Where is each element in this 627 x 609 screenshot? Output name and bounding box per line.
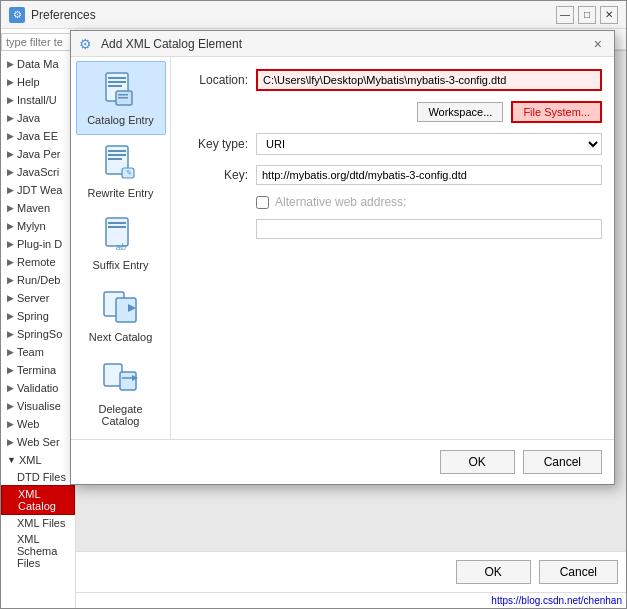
dialog-cancel-button[interactable]: Cancel xyxy=(523,450,602,474)
sidebar-item-web-ser[interactable]: ▶Web Ser xyxy=(1,433,75,451)
svg-rect-1 xyxy=(108,77,126,79)
sidebar-item-web[interactable]: ▶Web xyxy=(1,415,75,433)
filesystem-button[interactable]: File System... xyxy=(511,101,602,123)
location-row: Location: xyxy=(183,69,602,91)
sidebar-item-plugin[interactable]: ▶Plug-in D xyxy=(1,235,75,253)
delegate-catalog-icon-item[interactable]: Delegate Catalog xyxy=(76,351,166,435)
sidebar-item-terminal[interactable]: ▶Termina xyxy=(1,361,75,379)
sidebar-item-visualise[interactable]: ▶Visualise xyxy=(1,397,75,415)
form-panel: Location: Workspace... File System... Ke… xyxy=(171,57,614,439)
suffix-entry-icon: ab xyxy=(101,215,141,255)
sidebar-item-run[interactable]: ▶Run/Deb xyxy=(1,271,75,289)
suffix-entry-icon-item[interactable]: ab Suffix Entry xyxy=(76,207,166,279)
svg-rect-2 xyxy=(108,81,126,83)
icon-panel: Catalog Entry ✎ Rewrite Entry xyxy=(71,57,171,439)
location-label: Location: xyxy=(183,73,248,87)
svg-rect-18 xyxy=(116,298,136,322)
svg-rect-21 xyxy=(120,372,136,390)
keytype-select[interactable]: URI xyxy=(256,133,602,155)
rewrite-entry-label: Rewrite Entry xyxy=(87,187,153,199)
next-catalog-icon xyxy=(101,287,141,327)
dialog-body: Catalog Entry ✎ Rewrite Entry xyxy=(71,57,614,439)
keytype-label: Key type: xyxy=(183,137,248,151)
sidebar-item-java-per[interactable]: ▶Java Per xyxy=(1,145,75,163)
svg-text:ab: ab xyxy=(116,242,126,252)
alt-web-input[interactable] xyxy=(256,219,602,239)
sidebar-item-maven[interactable]: ▶Maven xyxy=(1,199,75,217)
sidebar-item-xml[interactable]: ▼XML xyxy=(1,451,75,469)
sidebar-item-install[interactable]: ▶Install/U xyxy=(1,91,75,109)
file-buttons-row: Workspace... File System... xyxy=(183,101,602,123)
filter-input[interactable] xyxy=(1,33,75,51)
dialog-ok-button[interactable]: OK xyxy=(440,450,515,474)
sidebar-item-javascript[interactable]: ▶JavaScri xyxy=(1,163,75,181)
sidebar-item-spring[interactable]: ▶Spring xyxy=(1,307,75,325)
keytype-row: Key type: URI xyxy=(183,133,602,155)
preferences-title: Preferences xyxy=(31,8,96,22)
sidebar-item-java[interactable]: ▶Java xyxy=(1,109,75,127)
key-row: Key: xyxy=(183,165,602,185)
svg-rect-10 xyxy=(108,158,122,160)
sidebar-subitem-xml-schema[interactable]: XML Schema Files xyxy=(1,531,75,571)
rewrite-entry-icon: ✎ xyxy=(101,143,141,183)
sidebar-item-team[interactable]: ▶Team xyxy=(1,343,75,361)
dialog-titlebar: ⚙ Add XML Catalog Element × xyxy=(71,31,614,57)
suffix-entry-label: Suffix Entry xyxy=(92,259,148,271)
workspace-button[interactable]: Workspace... xyxy=(417,102,503,122)
svg-rect-9 xyxy=(108,154,126,156)
alt-web-label: Alternative web address: xyxy=(275,195,406,209)
sidebar: ▶Data Ma ▶Help ▶Install/U ▶Java ▶Java EE… xyxy=(1,29,76,608)
catalog-entry-label: Catalog Entry xyxy=(87,114,154,126)
svg-rect-14 xyxy=(108,222,126,224)
sidebar-item-help[interactable]: ▶Help xyxy=(1,73,75,91)
dialog-close-button[interactable]: × xyxy=(590,36,606,52)
svg-text:✎: ✎ xyxy=(126,169,132,176)
sidebar-item-java-ee[interactable]: ▶Java EE xyxy=(1,127,75,145)
key-input[interactable] xyxy=(256,165,602,185)
svg-rect-3 xyxy=(108,85,122,87)
key-label: Key: xyxy=(183,168,248,182)
sidebar-item-springso[interactable]: ▶SpringSo xyxy=(1,325,75,343)
catalog-entry-icon-item[interactable]: Catalog Entry xyxy=(76,61,166,135)
svg-rect-8 xyxy=(108,150,126,152)
dialog-title: Add XML Catalog Element xyxy=(101,37,242,51)
rewrite-entry-icon-item[interactable]: ✎ Rewrite Entry xyxy=(76,135,166,207)
sidebar-subitem-xml-files[interactable]: XML Files xyxy=(1,515,75,531)
delegate-catalog-label: Delegate Catalog xyxy=(80,403,162,427)
ok-button[interactable]: OK xyxy=(456,560,531,584)
dialog-buttons: OK Cancel xyxy=(71,439,614,484)
sidebar-item-server[interactable]: ▶Server xyxy=(1,289,75,307)
preferences-icon: ⚙ xyxy=(9,7,25,23)
preferences-titlebar: ⚙ Preferences — □ ✕ xyxy=(1,1,626,29)
alt-web-checkbox[interactable] xyxy=(256,196,269,209)
close-button[interactable]: ✕ xyxy=(600,6,618,24)
svg-rect-5 xyxy=(118,94,128,96)
sidebar-item-jdt[interactable]: ▶JDT Wea xyxy=(1,181,75,199)
sidebar-subitem-xml-catalog[interactable]: XML Catalog xyxy=(1,485,75,515)
sidebar-item-data-ma[interactable]: ▶Data Ma xyxy=(1,55,75,73)
dialog-icon: ⚙ xyxy=(79,36,95,52)
next-catalog-label: Next Catalog xyxy=(89,331,153,343)
svg-rect-6 xyxy=(118,97,128,99)
cancel-button[interactable]: Cancel xyxy=(539,560,618,584)
minimize-button[interactable]: — xyxy=(556,6,574,24)
next-catalog-icon-item[interactable]: Next Catalog xyxy=(76,279,166,351)
maximize-button[interactable]: □ xyxy=(578,6,596,24)
add-xml-catalog-dialog: ⚙ Add XML Catalog Element × xyxy=(70,30,615,485)
catalog-entry-icon xyxy=(101,70,141,110)
sidebar-item-remote[interactable]: ▶Remote xyxy=(1,253,75,271)
alt-web-row: Alternative web address: xyxy=(183,195,602,209)
svg-rect-15 xyxy=(108,226,126,228)
sidebar-subitem-dtd[interactable]: DTD Files xyxy=(1,469,75,485)
sidebar-item-mylyn[interactable]: ▶Mylyn xyxy=(1,217,75,235)
location-input[interactable] xyxy=(256,69,602,91)
url-bar: https://blog.csdn.net/chenhan xyxy=(76,592,626,608)
bottom-buttons: OK Cancel xyxy=(76,551,626,592)
sidebar-item-validation[interactable]: ▶Validatio xyxy=(1,379,75,397)
delegate-catalog-icon xyxy=(101,359,141,399)
